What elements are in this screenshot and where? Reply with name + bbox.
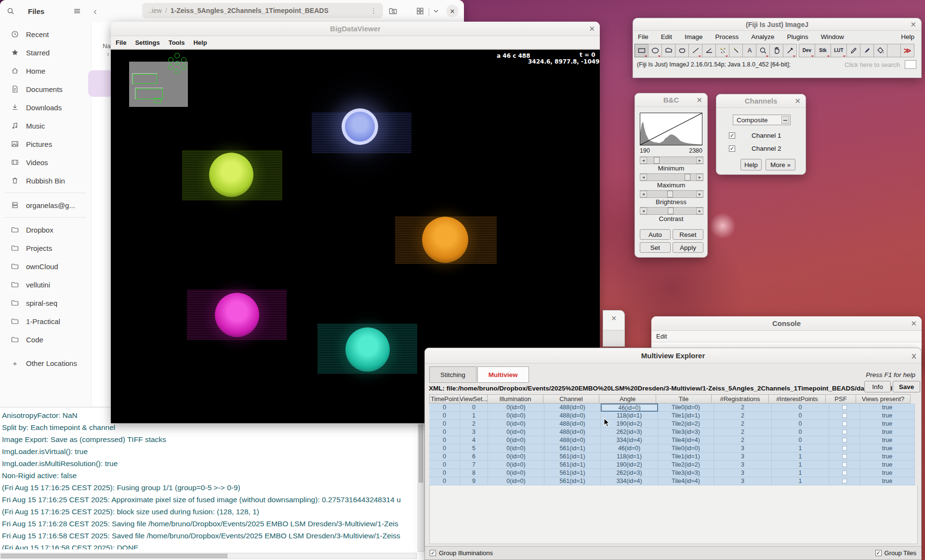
- table-cell[interactable]: 0: [772, 420, 829, 428]
- zoom-tool[interactable]: [756, 44, 770, 57]
- checkbox-icon[interactable]: ✓: [729, 132, 735, 139]
- channel-checkbox-row[interactable]: ✓Channel 2: [729, 145, 781, 152]
- auto-button[interactable]: Auto: [640, 229, 671, 240]
- table-cell[interactable]: 2: [714, 436, 772, 444]
- close-icon[interactable]: ✕: [794, 97, 801, 105]
- imagej-titlebar[interactable]: (Fiji Is Just) ImageJ ✕: [633, 18, 921, 31]
- table-cell[interactable]: true: [860, 436, 915, 444]
- imagej-menu-edit[interactable]: Edit: [661, 33, 672, 40]
- table-cell[interactable]: Tile2(id=2): [658, 461, 714, 469]
- sidebar-item-projects[interactable]: Projects: [0, 239, 91, 257]
- table-cell[interactable]: 190(id=2): [601, 461, 658, 469]
- table-cell[interactable]: 262(id=3): [601, 469, 658, 477]
- column-header-viewset[interactable]: ViewSet...: [460, 394, 488, 404]
- table-cell[interactable]: 0: [460, 404, 488, 412]
- table-cell[interactable]: 0: [429, 428, 460, 436]
- fill-tool[interactable]: [873, 44, 887, 57]
- table-cell[interactable]: 0: [429, 453, 460, 461]
- slider-contrast[interactable]: ◄►: [640, 207, 703, 215]
- table-row[interactable]: 020(id=0)488(id=0)190(id=2)Tile2(id=2)20…: [429, 420, 918, 428]
- imagej-menu-window[interactable]: Window: [821, 33, 844, 40]
- column-header-viewspresent[interactable]: Views present?: [856, 394, 911, 404]
- column-header-psf[interactable]: PSF: [825, 394, 856, 404]
- table-cell[interactable]: 488(id=0): [544, 404, 601, 412]
- reset-button[interactable]: Reset: [673, 229, 703, 240]
- imagej-menu-process[interactable]: Process: [715, 33, 739, 40]
- table-cell[interactable]: Tile1(id=1): [658, 453, 714, 461]
- psf-checkbox[interactable]: [842, 405, 847, 410]
- table-cell[interactable]: Tile3(id=3): [658, 428, 714, 436]
- table-cell[interactable]: [829, 412, 860, 420]
- table-cell[interactable]: 3: [714, 444, 772, 453]
- dropper-tool[interactable]: [783, 44, 797, 57]
- slider-right-arrow-icon[interactable]: ►: [696, 174, 703, 181]
- table-cell[interactable]: 1: [772, 461, 829, 469]
- slider-thumb[interactable]: [667, 191, 673, 197]
- table-cell[interactable]: 2: [714, 428, 772, 436]
- slider-left-arrow-icon[interactable]: ◄: [640, 191, 647, 197]
- search-icon[interactable]: [7, 7, 14, 15]
- table-row[interactable]: 040(id=0)488(id=0)334(id=4)Tile4(id=4)20…: [429, 436, 918, 444]
- table-cell[interactable]: true: [860, 404, 915, 412]
- table-cell[interactable]: 7: [460, 461, 488, 469]
- line-tool[interactable]: [688, 44, 702, 57]
- checkbox-icon[interactable]: ✓: [430, 550, 436, 556]
- close-icon[interactable]: X: [912, 352, 916, 360]
- table-cell[interactable]: [829, 477, 860, 485]
- angle-tool[interactable]: [702, 44, 716, 57]
- sidebar-item-starred[interactable]: Starred: [0, 43, 91, 62]
- sidebar-item-1-practical[interactable]: 1-Practical: [0, 312, 91, 330]
- table-row[interactable]: 000(id=0)488(id=0)46(id=0)Tile0(id=0)20t…: [429, 404, 918, 412]
- console-menu-edit[interactable]: Edit: [656, 333, 667, 340]
- channels-titlebar[interactable]: Channels ✕: [716, 94, 806, 108]
- table-cell[interactable]: 0: [429, 477, 460, 485]
- psf-checkbox[interactable]: [842, 446, 847, 451]
- table-cell[interactable]: [829, 444, 860, 453]
- chevron-down-icon[interactable]: [433, 8, 439, 14]
- slider-left-arrow-icon[interactable]: ◄: [640, 174, 647, 181]
- table-cell[interactable]: [829, 420, 860, 428]
- blank-slot[interactable]: [887, 44, 901, 57]
- psf-checkbox[interactable]: [842, 430, 847, 434]
- table-cell[interactable]: 0: [772, 412, 829, 420]
- table-cell[interactable]: 488(id=0): [544, 428, 601, 436]
- sidebar-item-home[interactable]: Home: [0, 62, 91, 80]
- sidebar-item-code[interactable]: Code: [0, 330, 91, 349]
- close-icon[interactable]: ✕: [696, 96, 702, 104]
- slider-right-arrow-icon[interactable]: ►: [696, 191, 703, 197]
- kebab-menu-icon[interactable]: ⋮: [370, 6, 377, 15]
- imagej-search-placeholder[interactable]: Click here to search: [845, 61, 900, 68]
- more-button[interactable]: More »: [766, 159, 795, 170]
- slider-thumb[interactable]: [654, 157, 660, 164]
- table-cell[interactable]: 488(id=0): [544, 420, 601, 428]
- table-cell[interactable]: 488(id=0): [544, 412, 601, 420]
- sidebar-item-owncloud[interactable]: ownCloud: [0, 257, 91, 275]
- sidebar-item-vellutini[interactable]: vellutini: [0, 275, 91, 294]
- log-vertical-scrollbar[interactable]: [418, 424, 424, 552]
- table-cell[interactable]: [829, 461, 860, 469]
- table-cell[interactable]: 0(id=0): [488, 444, 544, 453]
- sidebar-item-downloads[interactable]: Downloads: [0, 98, 91, 117]
- table-cell[interactable]: 262(id=3): [601, 428, 658, 436]
- path-tab[interactable]: ..iew / 1-Zeiss_5Angles_2Channels_1Timep…: [142, 3, 383, 18]
- table-cell[interactable]: 1: [460, 412, 488, 420]
- sidebar-item-videos[interactable]: Videos: [0, 153, 91, 171]
- group-tiles-toggle[interactable]: ✓ Group Tiles: [875, 549, 916, 557]
- table-cell[interactable]: 334(id=4): [601, 436, 658, 444]
- table-cell[interactable]: true: [860, 428, 915, 436]
- table-cell[interactable]: 3: [714, 469, 772, 477]
- imagej-menu-plugins[interactable]: Plugins: [787, 33, 808, 40]
- imagej-menu-image[interactable]: Image: [685, 33, 703, 40]
- psf-checkbox[interactable]: [842, 470, 847, 475]
- table-cell[interactable]: 0: [429, 436, 460, 444]
- table-cell[interactable]: 3: [714, 461, 772, 469]
- more-tools[interactable]: ≫: [900, 44, 914, 57]
- table-cell[interactable]: 2: [714, 412, 772, 420]
- grid-view-icon[interactable]: [416, 7, 424, 15]
- slider-left-arrow-icon[interactable]: ◄: [640, 157, 647, 164]
- dropdown-button-icon[interactable]: [781, 116, 789, 124]
- sidebar-item-recent[interactable]: Recent: [0, 25, 91, 43]
- bc-titlebar[interactable]: B&C ✕: [635, 93, 707, 107]
- imagej-menu-analyze[interactable]: Analyze: [751, 33, 774, 40]
- bdv-menu-help[interactable]: Help: [193, 39, 207, 46]
